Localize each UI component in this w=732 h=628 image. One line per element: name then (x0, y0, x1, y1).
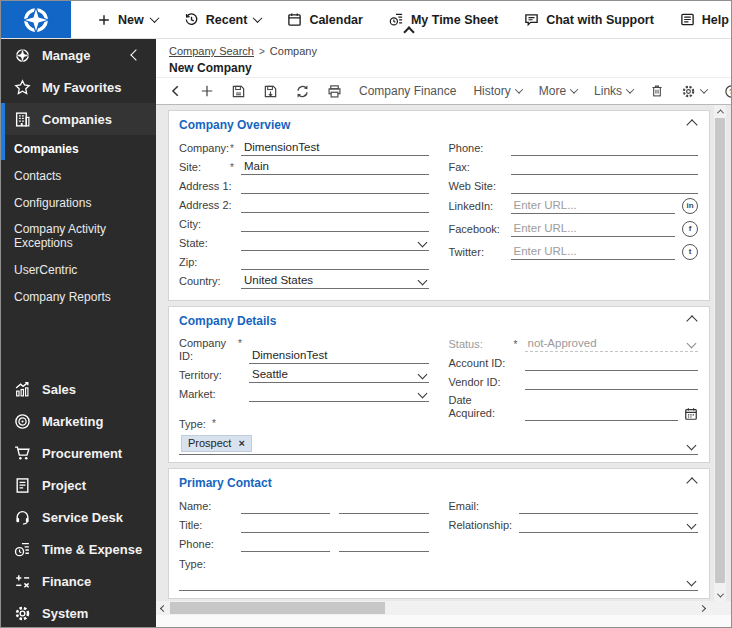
calendar-menu[interactable]: Calendar (287, 12, 363, 27)
contact-phone-label: Phone: (179, 538, 214, 551)
sidebar-item-project[interactable]: Project (1, 469, 156, 501)
account-id-input[interactable] (525, 356, 699, 371)
refresh-button[interactable] (295, 84, 310, 99)
state-select[interactable] (241, 236, 429, 251)
company-input[interactable]: DimensionTest (241, 141, 429, 156)
website-input[interactable] (511, 179, 699, 194)
contact-phone-ext-input[interactable] (339, 537, 428, 552)
app-logo[interactable] (1, 1, 71, 38)
time-sheet-icon (389, 12, 404, 27)
print-button[interactable] (327, 84, 342, 99)
my-time-sheet-menu[interactable]: My Time Sheet (389, 12, 498, 27)
company-finance-button[interactable]: Company Finance (359, 84, 456, 98)
sidebar-sales-label: Sales (42, 382, 76, 397)
sidebar-collapse-icon[interactable] (130, 49, 141, 60)
recent-menu[interactable]: Recent (184, 12, 262, 27)
sidebar-item-contacts[interactable]: Contacts (1, 162, 156, 189)
top-bar: New Recent Calendar My Time Sheet Chat w… (1, 1, 731, 39)
chevron-down-icon (570, 85, 578, 93)
date-picker-icon[interactable] (684, 407, 698, 421)
chip-close-icon[interactable]: × (238, 437, 244, 449)
history-menu-button[interactable]: History (473, 84, 521, 98)
help-button[interactable]: ? (724, 84, 732, 99)
scroll-up-icon[interactable] (714, 105, 726, 117)
help-center-label: Help Center (702, 13, 732, 27)
horizontal-scroll-thumb[interactable] (170, 602, 385, 614)
chevron-down-icon (149, 13, 159, 23)
linkedin-url-input[interactable]: Enter URL... (511, 199, 676, 214)
chat-with-support-menu[interactable]: Chat with Support (524, 12, 654, 27)
sidebar-item-company-activity-exceptions[interactable]: Company Activity Exceptions (1, 216, 141, 256)
fax-input[interactable] (511, 160, 699, 175)
record-toolbar: Company Finance History More Links ? (156, 77, 731, 105)
linkedin-icon[interactable]: in (682, 198, 698, 214)
sidebar-item-configurations[interactable]: Configurations (1, 189, 156, 216)
facebook-icon[interactable]: f (682, 221, 698, 237)
zip-input[interactable] (241, 255, 429, 270)
target-icon (14, 413, 31, 430)
first-name-input[interactable] (241, 499, 330, 514)
sidebar-item-companies-module[interactable]: Companies (1, 103, 156, 135)
twitter-url-input[interactable]: Enter URL... (511, 245, 676, 260)
country-select[interactable]: United States (241, 274, 429, 289)
facebook-url-input[interactable]: Enter URL... (511, 222, 676, 237)
contact-email-input[interactable] (519, 499, 699, 514)
twitter-icon[interactable]: t (682, 244, 698, 260)
sidebar-item-finance[interactable]: Finance (1, 565, 156, 597)
help-center-menu[interactable]: Help Center (680, 12, 732, 27)
primary-contact-right-column: Email: Relationship: (449, 499, 699, 537)
date-acquired-input[interactable] (525, 406, 679, 421)
sidebar-item-companies[interactable]: Companies (1, 135, 156, 162)
state-label: State: (179, 237, 208, 250)
address1-input[interactable] (241, 179, 429, 194)
sidebar-item-company-reports[interactable]: Company Reports (1, 283, 156, 310)
add-record-button[interactable] (200, 84, 214, 98)
contact-phone-input[interactable] (241, 537, 330, 552)
last-name-input[interactable] (339, 499, 428, 514)
top-nav: New Recent Calendar My Time Sheet Chat w… (71, 1, 732, 38)
sidebar-item-manage[interactable]: Manage (1, 39, 156, 71)
sidebar-item-system[interactable]: System (1, 597, 156, 627)
scroll-right-icon[interactable] (695, 601, 709, 615)
more-menu-button[interactable]: More (539, 84, 577, 98)
vertical-scrollbar[interactable] (714, 105, 726, 601)
date-acquired-label: Date Acquired: (449, 394, 518, 420)
sidebar-item-sales[interactable]: Sales (1, 373, 156, 405)
delete-button[interactable] (650, 84, 664, 98)
site-input[interactable]: Main (241, 160, 429, 175)
vertical-scroll-thumb[interactable] (715, 118, 725, 583)
sidebar-submenu: Companies Contacts Configurations Compan… (1, 135, 156, 310)
address2-input[interactable] (241, 198, 429, 213)
new-menu[interactable]: New (97, 13, 158, 27)
sidebar-item-procurement[interactable]: Procurement (1, 437, 156, 469)
vendor-id-input[interactable] (525, 375, 699, 390)
site-label: Site: (179, 161, 201, 174)
save-button[interactable] (231, 84, 246, 99)
city-input[interactable] (241, 217, 429, 232)
chevron-left-icon (169, 84, 183, 98)
back-button[interactable] (169, 84, 183, 98)
breadcrumb-company-search-link[interactable]: Company Search (169, 45, 254, 57)
sidebar-item-service-desk[interactable]: Service Desk (1, 501, 156, 533)
phone-input[interactable] (511, 141, 699, 156)
save-and-close-button[interactable] (263, 84, 278, 99)
company-id-input[interactable]: DimensionTest (249, 349, 429, 364)
horizontal-scrollbar[interactable] (156, 601, 709, 615)
scrollbar-corner (709, 601, 731, 615)
scroll-down-icon[interactable] (714, 589, 726, 601)
contact-title-input[interactable] (241, 518, 429, 533)
relationship-select[interactable] (519, 518, 699, 533)
sidebar-item-time-expense[interactable]: Time & Expense (1, 533, 156, 565)
history-label: History (473, 84, 510, 98)
market-select[interactable] (249, 387, 429, 402)
contact-type-multiselect[interactable] (179, 573, 698, 591)
type-multiselect[interactable]: Prospect× (179, 433, 698, 455)
sidebar-item-my-favorites[interactable]: My Favorites (1, 71, 156, 103)
territory-select[interactable]: Seattle (249, 368, 429, 383)
sidebar-item-marketing[interactable]: Marketing (1, 405, 156, 437)
links-menu-button[interactable]: Links (594, 84, 633, 98)
required-marker: * (514, 338, 518, 351)
sidebar-item-usercentric[interactable]: UserCentric (1, 256, 156, 283)
scroll-left-icon[interactable] (156, 601, 170, 615)
settings-menu-button[interactable] (681, 84, 707, 99)
